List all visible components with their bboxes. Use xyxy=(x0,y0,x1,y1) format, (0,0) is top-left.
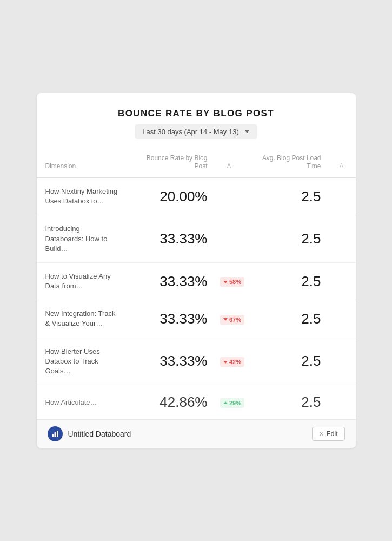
load-time-header: Avg. Blog Post Load Time xyxy=(248,150,334,178)
edit-button[interactable]: ✕ Edit xyxy=(312,427,345,441)
dimension-cell: How Articulate… xyxy=(37,385,129,420)
bounce-rate-delta: 67% xyxy=(216,300,248,338)
load-time-value: 2.5 xyxy=(248,385,334,420)
bounce-rate-value: 33.33% xyxy=(129,300,216,338)
bounce-rate-value: 20.00% xyxy=(129,177,216,215)
delta-value: 29% xyxy=(229,400,241,406)
bounce-rate-delta xyxy=(216,215,248,263)
svg-rect-0 xyxy=(52,434,54,437)
table-row: Introducing Databoards: How to Build…33.… xyxy=(37,215,356,263)
dimension-header: Dimension xyxy=(37,150,129,178)
svg-rect-1 xyxy=(54,432,56,437)
bounce-delta-header: Δ xyxy=(216,150,248,178)
table-row: How to Visualize Any Data from…33.33%58%… xyxy=(37,262,356,300)
dimension-cell: Introducing Databoards: How to Build… xyxy=(37,215,129,263)
load-delta-cell xyxy=(334,177,356,215)
bounce-rate-value: 42.86% xyxy=(129,385,216,420)
load-time-value: 2.5 xyxy=(248,338,334,385)
bounce-rate-delta: 58% xyxy=(216,262,248,300)
load-delta-cell xyxy=(334,215,356,263)
load-delta-cell xyxy=(334,338,356,385)
bounce-rate-table: Dimension Bounce Rate by Blog Post Δ Avg… xyxy=(37,150,356,419)
delta-badge: 58% xyxy=(220,277,244,287)
load-time-value: 2.5 xyxy=(248,262,334,300)
footer-title: Untitled Databoard xyxy=(68,430,307,438)
load-time-value: 2.5 xyxy=(248,300,334,338)
date-filter: Last 30 days (Apr 14 - May 13) xyxy=(37,124,356,139)
edit-x-icon: ✕ xyxy=(319,431,324,438)
bounce-rate-value: 33.33% xyxy=(129,262,216,300)
card-title: BOUNCE RATE BY BLOG POST xyxy=(37,108,356,119)
load-delta-cell xyxy=(334,262,356,300)
table-row: How Nextiny Marketing Uses Databox to…20… xyxy=(37,177,356,215)
chevron-down-icon xyxy=(244,130,250,133)
delta-value: 42% xyxy=(229,359,241,365)
bounce-rate-value: 33.33% xyxy=(129,338,216,385)
table-row: How Articulate…42.86%29%2.5 xyxy=(37,385,356,420)
edit-label: Edit xyxy=(327,430,338,438)
arrow-down-icon xyxy=(223,318,228,321)
date-filter-label: Last 30 days (Apr 14 - May 13) xyxy=(142,128,238,136)
bounce-rate-delta: 29% xyxy=(216,385,248,420)
arrow-down-icon xyxy=(223,361,228,364)
dimension-cell: How Nextiny Marketing Uses Databox to… xyxy=(37,177,129,215)
date-filter-button[interactable]: Last 30 days (Apr 14 - May 13) xyxy=(135,124,257,139)
footer-logo xyxy=(48,426,63,441)
delta-badge: 42% xyxy=(220,357,244,367)
load-time-value: 2.5 xyxy=(248,215,334,263)
footer: Untitled Databoard ✕ Edit xyxy=(37,419,356,448)
load-delta-cell xyxy=(334,300,356,338)
bounce-rate-value: 33.33% xyxy=(129,215,216,263)
load-delta-header: Δ xyxy=(334,150,356,178)
bounce-rate-card: BOUNCE RATE BY BLOG POST Last 30 days (A… xyxy=(37,93,356,448)
bounce-rate-delta xyxy=(216,177,248,215)
dimension-cell: New Integration: Track & Visualize Your… xyxy=(37,300,129,338)
dimension-cell: How Blerter Uses Databox to Track Goals… xyxy=(37,338,129,385)
delta-badge: 67% xyxy=(220,315,244,325)
table-row: New Integration: Track & Visualize Your…… xyxy=(37,300,356,338)
delta-value: 58% xyxy=(229,279,241,285)
load-delta-cell xyxy=(334,385,356,420)
delta-value: 67% xyxy=(229,316,241,323)
table-row: How Blerter Uses Databox to Track Goals…… xyxy=(37,338,356,385)
dimension-cell: How to Visualize Any Data from… xyxy=(37,262,129,300)
bounce-rate-delta: 42% xyxy=(216,338,248,385)
delta-badge: 29% xyxy=(220,398,244,408)
arrow-up-icon xyxy=(223,401,228,404)
svg-rect-2 xyxy=(57,431,58,437)
load-time-value: 2.5 xyxy=(248,177,334,215)
table-header-row: Dimension Bounce Rate by Blog Post Δ Avg… xyxy=(37,150,356,178)
bounce-rate-header: Bounce Rate by Blog Post xyxy=(129,150,216,178)
arrow-down-icon xyxy=(223,281,228,283)
